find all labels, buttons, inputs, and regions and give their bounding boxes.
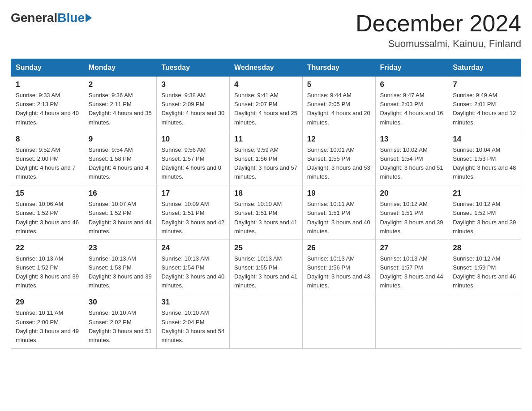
table-row: 22Sunrise: 10:13 AMSunset: 1:52 PMDaylig… bbox=[11, 240, 84, 294]
day-number: 6 bbox=[380, 80, 444, 89]
day-number: 17 bbox=[161, 189, 225, 198]
table-row: 30Sunrise: 10:10 AMSunset: 2:02 PMDaylig… bbox=[84, 294, 157, 349]
table-row: 28Sunrise: 10:12 AMSunset: 1:59 PMDaylig… bbox=[448, 240, 521, 294]
table-row: 20Sunrise: 10:12 AMSunset: 1:51 PMDaylig… bbox=[375, 185, 448, 240]
day-number: 21 bbox=[453, 189, 516, 198]
header-wednesday: Wednesday bbox=[230, 59, 303, 77]
header-tuesday: Tuesday bbox=[157, 59, 230, 77]
day-info: Sunrise: 9:41 AMSunset: 2:07 PMDaylight:… bbox=[234, 91, 298, 127]
day-number: 7 bbox=[453, 80, 516, 89]
calendar-table: Sunday Monday Tuesday Wednesday Thursday… bbox=[11, 59, 521, 349]
day-info: Sunrise: 10:06 AMSunset: 1:52 PMDaylight… bbox=[16, 200, 79, 236]
day-info: Sunrise: 10:12 AMSunset: 1:51 PMDaylight… bbox=[380, 200, 444, 236]
day-number: 20 bbox=[380, 189, 444, 198]
day-info: Sunrise: 10:02 AMSunset: 1:54 PMDaylight… bbox=[380, 146, 444, 182]
table-row: 21Sunrise: 10:12 AMSunset: 1:52 PMDaylig… bbox=[448, 185, 521, 240]
day-number: 23 bbox=[89, 244, 152, 253]
location: Suomussalmi, Kainuu, Finland bbox=[356, 38, 521, 50]
table-row: 23Sunrise: 10:13 AMSunset: 1:53 PMDaylig… bbox=[84, 240, 157, 294]
table-row bbox=[302, 294, 375, 349]
day-info: Sunrise: 10:11 AMSunset: 1:51 PMDaylight… bbox=[307, 200, 371, 236]
table-row: 2Sunrise: 9:36 AMSunset: 2:11 PMDaylight… bbox=[84, 77, 157, 131]
day-info: Sunrise: 10:10 AMSunset: 1:51 PMDaylight… bbox=[234, 200, 298, 236]
logo-arrow-icon bbox=[86, 13, 92, 22]
day-number: 10 bbox=[161, 135, 225, 144]
day-number: 12 bbox=[307, 135, 371, 144]
day-number: 18 bbox=[234, 189, 298, 198]
table-row: 25Sunrise: 10:13 AMSunset: 1:55 PMDaylig… bbox=[230, 240, 303, 294]
header-friday: Friday bbox=[375, 59, 448, 77]
table-row: 8Sunrise: 9:52 AMSunset: 2:00 PMDaylight… bbox=[11, 131, 84, 185]
table-row: 24Sunrise: 10:13 AMSunset: 1:54 PMDaylig… bbox=[157, 240, 230, 294]
header-thursday: Thursday bbox=[302, 59, 375, 77]
day-number: 28 bbox=[453, 244, 516, 253]
table-row: 5Sunrise: 9:44 AMSunset: 2:05 PMDaylight… bbox=[302, 77, 375, 131]
day-info: Sunrise: 10:12 AMSunset: 1:59 PMDaylight… bbox=[453, 254, 516, 291]
day-number: 26 bbox=[307, 244, 371, 253]
day-number: 16 bbox=[89, 189, 152, 198]
table-row: 10Sunrise: 9:56 AMSunset: 1:57 PMDayligh… bbox=[157, 131, 230, 185]
table-row: 12Sunrise: 10:01 AMSunset: 1:55 PMDaylig… bbox=[302, 131, 375, 185]
calendar-week-row: 15Sunrise: 10:06 AMSunset: 1:52 PMDaylig… bbox=[11, 185, 521, 240]
calendar-week-row: 1Sunrise: 9:33 AMSunset: 2:13 PMDaylight… bbox=[11, 77, 521, 131]
day-number: 3 bbox=[161, 80, 225, 89]
page-header: General Blue December 2024 Suomussalmi, … bbox=[11, 11, 521, 50]
day-number: 8 bbox=[16, 135, 79, 144]
table-row: 18Sunrise: 10:10 AMSunset: 1:51 PMDaylig… bbox=[230, 185, 303, 240]
table-row: 15Sunrise: 10:06 AMSunset: 1:52 PMDaylig… bbox=[11, 185, 84, 240]
day-info: Sunrise: 10:13 AMSunset: 1:53 PMDaylight… bbox=[89, 254, 152, 291]
table-row: 27Sunrise: 10:13 AMSunset: 1:57 PMDaylig… bbox=[375, 240, 448, 294]
day-info: Sunrise: 10:11 AMSunset: 2:00 PMDaylight… bbox=[16, 308, 79, 345]
day-info: Sunrise: 9:49 AMSunset: 2:01 PMDaylight:… bbox=[453, 91, 516, 127]
day-info: Sunrise: 10:13 AMSunset: 1:57 PMDaylight… bbox=[380, 254, 444, 291]
day-info: Sunrise: 9:59 AMSunset: 1:56 PMDaylight:… bbox=[234, 146, 298, 182]
day-number: 27 bbox=[380, 244, 444, 253]
day-number: 15 bbox=[16, 189, 79, 198]
day-number: 4 bbox=[234, 80, 298, 89]
day-info: Sunrise: 10:01 AMSunset: 1:55 PMDaylight… bbox=[307, 146, 371, 182]
header-saturday: Saturday bbox=[448, 59, 521, 77]
day-number: 13 bbox=[380, 135, 444, 144]
header-sunday: Sunday bbox=[11, 59, 84, 77]
day-number: 29 bbox=[16, 298, 79, 307]
calendar-week-row: 8Sunrise: 9:52 AMSunset: 2:00 PMDaylight… bbox=[11, 131, 521, 185]
day-number: 31 bbox=[161, 298, 225, 307]
day-info: Sunrise: 10:09 AMSunset: 1:51 PMDaylight… bbox=[161, 200, 225, 236]
day-info: Sunrise: 9:44 AMSunset: 2:05 PMDaylight:… bbox=[307, 91, 371, 127]
table-row: 17Sunrise: 10:09 AMSunset: 1:51 PMDaylig… bbox=[157, 185, 230, 240]
day-info: Sunrise: 9:36 AMSunset: 2:11 PMDaylight:… bbox=[89, 91, 152, 127]
day-number: 22 bbox=[16, 244, 79, 253]
day-info: Sunrise: 10:13 AMSunset: 1:55 PMDaylight… bbox=[234, 254, 298, 291]
table-row: 11Sunrise: 9:59 AMSunset: 1:56 PMDayligh… bbox=[230, 131, 303, 185]
day-number: 30 bbox=[89, 298, 152, 307]
table-row: 7Sunrise: 9:49 AMSunset: 2:01 PMDaylight… bbox=[448, 77, 521, 131]
table-row: 19Sunrise: 10:11 AMSunset: 1:51 PMDaylig… bbox=[302, 185, 375, 240]
day-number: 14 bbox=[453, 135, 516, 144]
title-block: December 2024 Suomussalmi, Kainuu, Finla… bbox=[356, 11, 521, 50]
month-title: December 2024 bbox=[356, 11, 521, 36]
day-info: Sunrise: 10:10 AMSunset: 2:02 PMDaylight… bbox=[89, 308, 152, 345]
day-number: 25 bbox=[234, 244, 298, 253]
day-info: Sunrise: 10:13 AMSunset: 1:52 PMDaylight… bbox=[16, 254, 79, 291]
day-number: 9 bbox=[89, 135, 152, 144]
day-number: 11 bbox=[234, 135, 298, 144]
table-row bbox=[448, 294, 521, 349]
day-info: Sunrise: 9:52 AMSunset: 2:00 PMDaylight:… bbox=[16, 146, 79, 182]
day-info: Sunrise: 10:13 AMSunset: 1:54 PMDaylight… bbox=[161, 254, 225, 291]
day-info: Sunrise: 10:07 AMSunset: 1:52 PMDaylight… bbox=[89, 200, 152, 236]
day-number: 19 bbox=[307, 189, 371, 198]
logo: General Blue bbox=[11, 11, 92, 25]
table-row: 29Sunrise: 10:11 AMSunset: 2:00 PMDaylig… bbox=[11, 294, 84, 349]
table-row: 14Sunrise: 10:04 AMSunset: 1:53 PMDaylig… bbox=[448, 131, 521, 185]
day-info: Sunrise: 9:47 AMSunset: 2:03 PMDaylight:… bbox=[380, 91, 444, 127]
day-info: Sunrise: 10:13 AMSunset: 1:56 PMDaylight… bbox=[307, 254, 371, 291]
day-number: 5 bbox=[307, 80, 371, 89]
table-row: 31Sunrise: 10:10 AMSunset: 2:04 PMDaylig… bbox=[157, 294, 230, 349]
day-info: Sunrise: 9:56 AMSunset: 1:57 PMDaylight:… bbox=[161, 146, 225, 182]
logo-general-text: General bbox=[11, 11, 57, 25]
table-row: 6Sunrise: 9:47 AMSunset: 2:03 PMDaylight… bbox=[375, 77, 448, 131]
day-info: Sunrise: 9:38 AMSunset: 2:09 PMDaylight:… bbox=[161, 91, 225, 127]
header-monday: Monday bbox=[84, 59, 157, 77]
logo-blue-part: Blue bbox=[57, 11, 92, 25]
weekday-header-row: Sunday Monday Tuesday Wednesday Thursday… bbox=[11, 59, 521, 77]
